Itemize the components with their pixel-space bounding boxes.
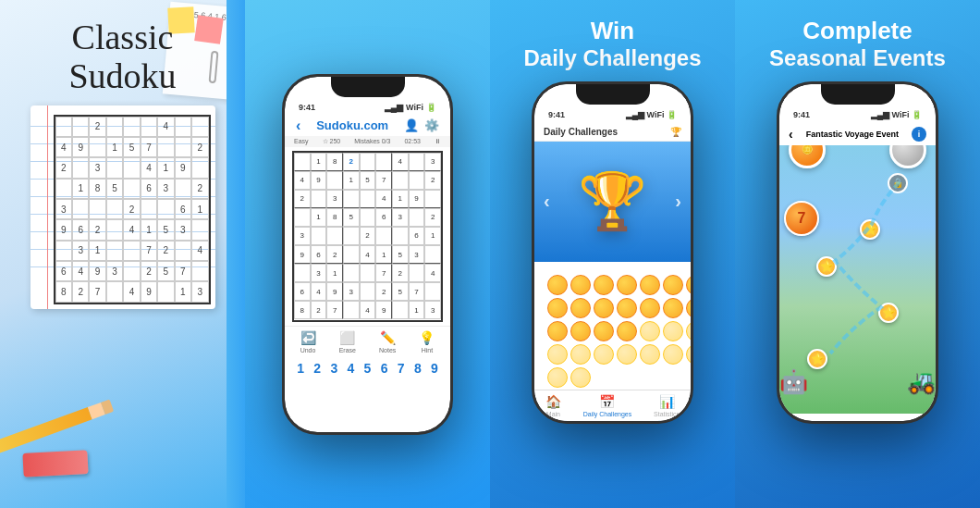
panel-classic: 9 3 1 5 6 4 1 6 8 Classic Sudoku 24 — [0, 0, 245, 508]
medal-22 — [547, 344, 568, 365]
chart-icon: 📊 — [659, 394, 675, 409]
nav-stats[interactable]: 📊 Statistics — [654, 394, 680, 417]
app-title: Classic Sudoku — [68, 19, 176, 96]
status-icons: ▂▄▆ WiFi 🔋 — [385, 103, 436, 112]
event-header-bar: ‹ Fantastic Voyage Event i — [779, 123, 936, 145]
medal-8 — [547, 298, 568, 318]
phone-notch-daily — [576, 84, 650, 105]
next-arrow[interactable]: › — [675, 191, 681, 212]
pause-icon[interactable]: ⏸ — [435, 138, 441, 145]
status-time-seasonal: 9:41 — [793, 110, 810, 119]
daily-screen: 9:41 ▂▄▆ WiFi 🔋 Daily Challenges 🏆 ‹ 🏆 — [534, 84, 691, 421]
medal-9 — [570, 298, 591, 318]
medal-24 — [594, 344, 614, 365]
seasonal-header: Complete Seasonal Events — [760, 0, 955, 81]
phone-notch-seasonal — [821, 84, 895, 105]
back-icon-seasonal[interactable]: ‹ — [789, 127, 793, 142]
daily-screen-header: Daily Challenges 🏆 — [534, 123, 691, 142]
medal-2 — [570, 275, 591, 295]
panel-seasonal-events: Complete Seasonal Events 9:41 ▂▄▆ WiFi 🔋… — [735, 0, 980, 508]
prev-arrow[interactable]: ‹ — [544, 191, 550, 212]
medal-25 — [617, 344, 637, 365]
medal-27 — [663, 344, 683, 365]
medal-18 — [617, 321, 637, 341]
nav-main-label: Main — [546, 411, 560, 417]
back-icon[interactable]: ‹ — [296, 118, 300, 134]
notes-button[interactable]: ✏️ Notes — [379, 330, 396, 353]
trophy-area: ‹ 🏆 › — [534, 142, 691, 262]
status-time: 9:41 — [299, 103, 315, 112]
medal-4 — [617, 275, 637, 295]
settings-icon[interactable]: ⚙️ — [424, 118, 439, 132]
medal-14 — [686, 298, 691, 318]
medal-11 — [617, 298, 637, 318]
app-title: Sudoku.com — [316, 118, 388, 132]
medal-30 — [570, 367, 591, 388]
medal-3 — [594, 275, 614, 295]
medal-10 — [594, 298, 614, 318]
header-icons: 👤 ⚙️ — [404, 118, 439, 132]
seasonal-header-line2: Seasonal Events — [769, 45, 946, 72]
difficulty: Easy — [294, 138, 309, 145]
phone-screen-seasonal: 9:41 ▂▄▆ WiFi 🔋 ‹ Fantastic Voyage Event… — [779, 84, 936, 421]
medal-28 — [686, 344, 691, 365]
timer: 02:53 — [404, 138, 421, 145]
notebook-paper: 24 491572 23419 185632 3261 9624153 3172… — [31, 105, 215, 309]
pencil — [0, 399, 114, 455]
sudoku-grid-small: 24 491572 23419 185632 3261 9624153 3172… — [54, 115, 211, 304]
app-header: ‹ Sudoku.com 👤 ⚙️ — [285, 116, 450, 136]
nav-daily-label: Daily Challenges — [583, 411, 632, 417]
header-line2: Daily Challenges — [523, 45, 701, 72]
status-icons-daily: ▂▄▆ WiFi 🔋 — [626, 110, 677, 119]
bottom-nav-daily: 🏠 Main 📅 Daily Challenges 📊 Statistics — [534, 390, 691, 421]
info-icon[interactable]: i — [912, 127, 926, 142]
undo-button[interactable]: ↩️ Undo — [300, 330, 316, 353]
number-pad: 1 2 3 4 5 6 7 8 9 — [285, 355, 450, 378]
medal-7 — [686, 275, 691, 295]
phone-notch — [331, 77, 405, 97]
medal-19 — [640, 321, 660, 341]
phone-screen-daily: 9:41 ▂▄▆ WiFi 🔋 Daily Challenges 🏆 ‹ 🏆 — [534, 84, 691, 421]
stars: ☆ 250 — [323, 138, 341, 145]
calendar-icon: 📅 — [599, 394, 615, 409]
daily-title: Daily Challenges — [544, 127, 618, 137]
sticky-note-pink — [194, 15, 224, 44]
medal-23 — [570, 344, 591, 365]
status-time-daily: 9:41 — [548, 110, 565, 119]
medal-17 — [594, 321, 614, 341]
nav-main[interactable]: 🏠 Main — [545, 394, 561, 417]
phone-mockup-seasonal: 9:41 ▂▄▆ WiFi 🔋 ‹ Fantastic Voyage Event… — [777, 81, 938, 424]
path-svg — [779, 145, 936, 414]
medal-20 — [663, 321, 683, 341]
phone-mockup-sudoku: 9:41 ▂▄▆ WiFi 🔋 ‹ Sudoku.com 👤 ⚙️ Easy — [282, 74, 453, 435]
medal-1 — [547, 275, 568, 295]
medal-15 — [547, 321, 568, 341]
medal-5 — [640, 275, 660, 295]
eraser — [22, 450, 88, 477]
nav-stats-label: Statistics — [654, 411, 680, 417]
trophy-icon-large: 🏆 — [578, 168, 647, 234]
medal-6 — [663, 275, 683, 295]
sudoku-board[interactable]: 18243 491572 23419 185632 3261 9624153 3… — [292, 151, 443, 322]
medal-12 — [640, 298, 660, 318]
phone-mockup-daily: 9:41 ▂▄▆ WiFi 🔋 Daily Challenges 🏆 ‹ 🏆 — [532, 81, 693, 424]
erase-button[interactable]: ⬜ Erase — [339, 330, 356, 353]
medal-13 — [663, 298, 683, 318]
seasonal-screen: 9:41 ▂▄▆ WiFi 🔋 ‹ Fantastic Voyage Event… — [779, 84, 936, 421]
game-map: 🪙 🔒 ⭐ ⭐ ⭐ ⭐ — [779, 145, 936, 414]
medal-16 — [570, 321, 591, 341]
medal-21 — [686, 321, 691, 341]
medals-grid — [540, 267, 685, 395]
game-toolbar: ↩️ Undo ⬜ Erase ✏️ Notes 💡 Hint — [285, 326, 450, 355]
header-line1: Win — [523, 17, 701, 45]
event-name: Fantastic Voyage Event — [806, 130, 899, 139]
nav-daily[interactable]: 📅 Daily Challenges — [583, 394, 632, 417]
hint-button[interactable]: 💡 Hint — [419, 330, 435, 353]
person-icon[interactable]: 👤 — [404, 118, 419, 132]
panel-sudoku-phone: 9:41 ▂▄▆ WiFi 🔋 ‹ Sudoku.com 👤 ⚙️ Easy — [245, 0, 490, 508]
trophy-icon-small: 🏆 — [670, 127, 681, 137]
panel-header: Win Daily Challenges — [514, 0, 710, 81]
panel-daily-challenges: Win Daily Challenges 9:41 ▂▄▆ WiFi 🔋 Dai… — [490, 0, 735, 508]
home-icon: 🏠 — [545, 394, 561, 409]
mistakes: Mistakes 0/3 — [354, 138, 390, 145]
